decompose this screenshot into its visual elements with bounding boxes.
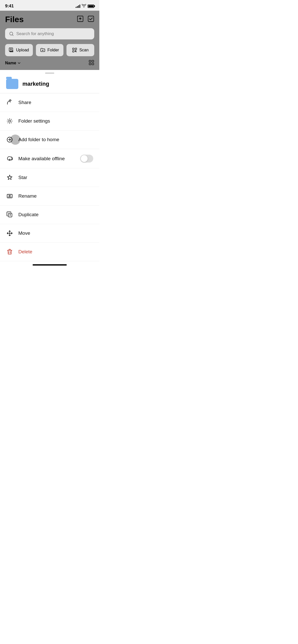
status-bar: 9:41 — [0, 0, 99, 11]
add-to-home-label: Add folder to home — [18, 137, 93, 142]
select-icon[interactable] — [88, 16, 94, 24]
folder-btn-icon — [40, 48, 45, 53]
folder-icon-large — [6, 79, 18, 89]
status-icons — [76, 4, 94, 8]
folder-settings-label: Folder settings — [18, 118, 93, 124]
cloud-download-icon — [6, 155, 13, 162]
upload-btn-icon — [9, 48, 14, 53]
scan-btn-icon — [72, 48, 77, 53]
offline-label: Make available offline — [18, 156, 75, 162]
folder-label: Folder — [47, 48, 59, 52]
menu-item-share[interactable]: Share — [0, 93, 99, 112]
home-indicator — [33, 264, 67, 266]
menu-item-rename[interactable]: Rename — [0, 187, 99, 206]
menu-item-folder-settings[interactable]: Folder settings — [0, 112, 99, 130]
menu-item-delete[interactable]: Delete — [0, 243, 99, 261]
background-screen: Files Search for anything — [0, 11, 99, 70]
duplicate-label: Duplicate — [18, 212, 93, 217]
delete-label: Delete — [18, 249, 93, 255]
toggle-thumb — [81, 155, 88, 162]
folder-settings-icon — [6, 118, 13, 125]
rename-icon — [6, 193, 13, 200]
move-label: Move — [18, 230, 93, 236]
svg-point-2 — [10, 32, 13, 35]
move-icon — [6, 230, 13, 237]
svg-rect-10 — [92, 63, 94, 65]
bottom-sheet: marketing Share Folder settings — [0, 72, 99, 274]
view-toggle-icon[interactable] — [89, 60, 94, 66]
page-title: Files — [5, 15, 24, 24]
battery-icon — [88, 5, 94, 8]
menu-item-star[interactable]: Star — [0, 168, 99, 187]
menu-item-move[interactable]: Move — [0, 224, 99, 243]
svg-rect-7 — [89, 60, 91, 62]
upload-icon[interactable] — [77, 16, 84, 24]
star-label: Star — [18, 175, 93, 180]
share-label: Share — [18, 100, 93, 105]
sheet-folder-header: marketing — [0, 74, 99, 93]
menu-item-offline[interactable]: Make available offline — [0, 149, 99, 168]
upload-label: Upload — [16, 48, 29, 52]
sort-row: Name — [5, 59, 94, 67]
status-time: 9:41 — [5, 4, 14, 9]
scan-label: Scan — [79, 48, 88, 52]
sort-label[interactable]: Name — [5, 61, 21, 65]
offline-toggle[interactable] — [80, 155, 93, 163]
sort-direction-icon — [17, 61, 21, 65]
add-circle-icon — [6, 136, 13, 143]
header-actions — [77, 16, 94, 24]
search-placeholder: Search for anything — [16, 31, 54, 36]
action-buttons: Upload Folder Scan — [5, 44, 94, 56]
svg-rect-4 — [73, 48, 74, 50]
duplicate-icon — [6, 211, 13, 218]
svg-point-11 — [9, 120, 11, 122]
svg-rect-6 — [73, 51, 74, 52]
wifi-icon — [82, 4, 86, 8]
folder-button[interactable]: Folder — [36, 44, 64, 56]
trash-icon — [6, 248, 13, 255]
search-icon — [9, 32, 14, 36]
menu-item-add-to-home[interactable]: Add folder to home — [0, 130, 99, 149]
search-bar[interactable]: Search for anything — [5, 28, 94, 39]
menu-item-duplicate[interactable]: Duplicate — [0, 206, 99, 224]
star-icon — [6, 174, 13, 181]
files-header: Files — [5, 15, 94, 24]
upload-button[interactable]: Upload — [5, 44, 33, 56]
share-icon — [6, 99, 13, 106]
svg-rect-1 — [88, 16, 94, 22]
rename-label: Rename — [18, 193, 93, 199]
svg-rect-8 — [92, 60, 94, 62]
svg-rect-5 — [75, 48, 77, 50]
svg-rect-9 — [89, 63, 91, 65]
signal-icon — [76, 4, 80, 8]
folder-title: marketing — [22, 81, 49, 87]
scan-button[interactable]: Scan — [66, 44, 94, 56]
